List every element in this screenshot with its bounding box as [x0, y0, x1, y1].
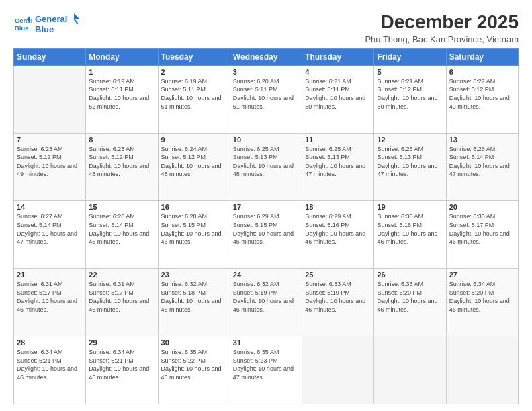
calendar-cell: 28Sunrise: 6:34 AMSunset: 5:21 PMDayligh…	[14, 336, 86, 404]
main-title: December 2025	[365, 12, 519, 33]
day-info: Sunrise: 6:19 AMSunset: 5:11 PMDaylight:…	[89, 77, 154, 111]
logo-graphic: General Blue	[35, 12, 82, 36]
calendar-cell: 18Sunrise: 6:29 AMSunset: 5:16 PMDayligh…	[302, 201, 374, 269]
calendar-cell: 15Sunrise: 6:28 AMSunset: 5:14 PMDayligh…	[86, 201, 158, 269]
day-number: 6	[449, 68, 515, 76]
svg-text:General: General	[35, 14, 67, 24]
calendar-cell: 1Sunrise: 6:19 AMSunset: 5:11 PMDaylight…	[86, 65, 158, 133]
calendar-header-thursday: Thursday	[302, 48, 374, 65]
svg-text:Blue: Blue	[35, 24, 54, 34]
day-info: Sunrise: 6:20 AMSunset: 5:11 PMDaylight:…	[233, 77, 299, 111]
day-number: 5	[377, 68, 443, 76]
svg-text:Blue: Blue	[15, 24, 29, 32]
calendar-cell: 5Sunrise: 6:21 AMSunset: 5:12 PMDaylight…	[374, 65, 446, 133]
day-number: 9	[161, 136, 227, 144]
calendar-week-row: 7Sunrise: 6:23 AMSunset: 5:12 PMDaylight…	[14, 133, 519, 201]
calendar-cell: 26Sunrise: 6:33 AMSunset: 5:20 PMDayligh…	[374, 269, 446, 336]
day-number: 8	[89, 136, 154, 144]
calendar-week-row: 1Sunrise: 6:19 AMSunset: 5:11 PMDaylight…	[14, 65, 519, 133]
day-info: Sunrise: 6:29 AMSunset: 5:16 PMDaylight:…	[305, 212, 371, 246]
day-number: 17	[233, 203, 299, 211]
day-number: 29	[89, 338, 154, 347]
day-number: 23	[161, 271, 227, 279]
day-number: 15	[89, 203, 154, 211]
day-info: Sunrise: 6:35 AMSunset: 5:23 PMDaylight:…	[233, 348, 299, 381]
day-info: Sunrise: 6:23 AMSunset: 5:12 PMDaylight:…	[89, 145, 154, 179]
day-number: 25	[305, 271, 371, 279]
day-info: Sunrise: 6:28 AMSunset: 5:15 PMDaylight:…	[161, 212, 227, 246]
calendar-cell: 8Sunrise: 6:23 AMSunset: 5:12 PMDaylight…	[86, 133, 158, 201]
day-info: Sunrise: 6:30 AMSunset: 5:16 PMDaylight:…	[377, 212, 443, 246]
day-number: 26	[377, 271, 443, 279]
day-number: 2	[161, 68, 227, 76]
day-info: Sunrise: 6:19 AMSunset: 5:11 PMDaylight:…	[161, 77, 227, 111]
calendar-cell: 4Sunrise: 6:21 AMSunset: 5:11 PMDaylight…	[302, 65, 374, 133]
calendar-header-wednesday: Wednesday	[230, 48, 302, 65]
day-info: Sunrise: 6:32 AMSunset: 5:19 PMDaylight:…	[233, 280, 299, 314]
day-info: Sunrise: 6:34 AMSunset: 5:20 PMDaylight:…	[449, 280, 515, 314]
day-info: Sunrise: 6:21 AMSunset: 5:12 PMDaylight:…	[377, 77, 443, 111]
calendar-cell: 31Sunrise: 6:35 AMSunset: 5:23 PMDayligh…	[230, 336, 302, 404]
day-info: Sunrise: 6:24 AMSunset: 5:12 PMDaylight:…	[161, 145, 227, 179]
day-info: Sunrise: 6:25 AMSunset: 5:13 PMDaylight:…	[305, 145, 371, 179]
calendar-cell: 2Sunrise: 6:19 AMSunset: 5:11 PMDaylight…	[158, 65, 230, 133]
calendar-cell: 30Sunrise: 6:35 AMSunset: 5:22 PMDayligh…	[158, 336, 230, 404]
calendar-cell: 9Sunrise: 6:24 AMSunset: 5:12 PMDaylight…	[158, 133, 230, 201]
day-number: 12	[377, 136, 443, 144]
calendar-header-row: SundayMondayTuesdayWednesdayThursdayFrid…	[14, 48, 519, 65]
day-number: 10	[233, 136, 299, 144]
calendar-cell	[302, 336, 374, 404]
calendar-cell: 19Sunrise: 6:30 AMSunset: 5:16 PMDayligh…	[374, 201, 446, 269]
calendar-cell: 11Sunrise: 6:25 AMSunset: 5:13 PMDayligh…	[302, 133, 374, 201]
calendar-table: SundayMondayTuesdayWednesdayThursdayFrid…	[13, 48, 519, 404]
calendar-cell: 20Sunrise: 6:30 AMSunset: 5:17 PMDayligh…	[446, 201, 518, 269]
calendar-cell: 12Sunrise: 6:26 AMSunset: 5:13 PMDayligh…	[374, 133, 446, 201]
day-number: 19	[377, 203, 443, 211]
day-info: Sunrise: 6:34 AMSunset: 5:21 PMDaylight:…	[17, 348, 83, 381]
day-info: Sunrise: 6:29 AMSunset: 5:15 PMDaylight:…	[233, 212, 299, 246]
calendar-cell: 22Sunrise: 6:31 AMSunset: 5:17 PMDayligh…	[86, 269, 158, 336]
day-number: 14	[17, 203, 83, 211]
day-number: 22	[89, 271, 154, 279]
day-info: Sunrise: 6:31 AMSunset: 5:17 PMDaylight:…	[17, 280, 83, 314]
day-number: 27	[449, 271, 515, 279]
calendar-cell: 6Sunrise: 6:22 AMSunset: 5:12 PMDaylight…	[446, 65, 518, 133]
calendar-header-friday: Friday	[374, 48, 446, 65]
calendar-cell: 13Sunrise: 6:26 AMSunset: 5:14 PMDayligh…	[446, 133, 518, 201]
calendar-cell: 23Sunrise: 6:32 AMSunset: 5:18 PMDayligh…	[158, 269, 230, 336]
calendar-cell: 29Sunrise: 6:34 AMSunset: 5:21 PMDayligh…	[86, 336, 158, 404]
calendar-cell: 14Sunrise: 6:27 AMSunset: 5:14 PMDayligh…	[14, 201, 86, 269]
page: General Blue General Blue General Blue D…	[0, 0, 532, 411]
calendar-cell: 25Sunrise: 6:33 AMSunset: 5:19 PMDayligh…	[302, 269, 374, 336]
logo: General Blue General Blue General Blue	[13, 12, 82, 36]
day-info: Sunrise: 6:35 AMSunset: 5:22 PMDaylight:…	[161, 348, 227, 381]
header: General Blue General Blue General Blue D…	[13, 12, 519, 44]
calendar-cell: 16Sunrise: 6:28 AMSunset: 5:15 PMDayligh…	[158, 201, 230, 269]
calendar-week-row: 21Sunrise: 6:31 AMSunset: 5:17 PMDayligh…	[14, 269, 519, 336]
calendar-cell: 3Sunrise: 6:20 AMSunset: 5:11 PMDaylight…	[230, 65, 302, 133]
day-info: Sunrise: 6:25 AMSunset: 5:13 PMDaylight:…	[233, 145, 299, 179]
day-number: 24	[233, 271, 299, 279]
calendar-week-row: 28Sunrise: 6:34 AMSunset: 5:21 PMDayligh…	[14, 336, 519, 404]
day-number: 30	[161, 338, 227, 347]
day-number: 31	[233, 338, 299, 347]
subtitle: Phu Thong, Bac Kan Province, Vietnam	[365, 34, 519, 44]
svg-marker-5	[74, 13, 79, 19]
day-number: 4	[305, 68, 371, 76]
calendar-cell	[14, 65, 86, 133]
svg-line-6	[74, 19, 78, 24]
day-number: 11	[305, 136, 371, 144]
day-info: Sunrise: 6:21 AMSunset: 5:11 PMDaylight:…	[305, 77, 371, 111]
day-info: Sunrise: 6:33 AMSunset: 5:19 PMDaylight:…	[305, 280, 371, 314]
calendar-header-sunday: Sunday	[14, 48, 86, 65]
day-number: 21	[17, 271, 83, 279]
day-info: Sunrise: 6:26 AMSunset: 5:13 PMDaylight:…	[377, 145, 443, 179]
day-number: 16	[161, 203, 227, 211]
day-number: 7	[17, 136, 83, 144]
day-info: Sunrise: 6:27 AMSunset: 5:14 PMDaylight:…	[17, 212, 83, 246]
day-info: Sunrise: 6:28 AMSunset: 5:14 PMDaylight:…	[89, 212, 154, 246]
day-number: 3	[233, 68, 299, 76]
day-number: 13	[449, 136, 515, 144]
day-number: 20	[449, 203, 515, 211]
calendar-header-saturday: Saturday	[446, 48, 518, 65]
